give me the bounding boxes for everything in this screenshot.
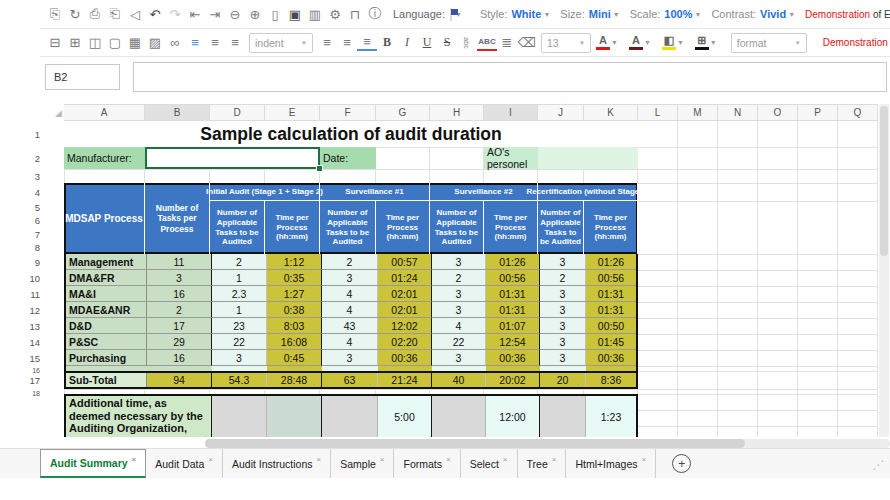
group-header-3[interactable]: Recertification (without Stage 1): [538, 183, 638, 201]
wrap-text-icon[interactable]: ≣: [497, 34, 517, 52]
row-header-15[interactable]: 15: [0, 350, 64, 366]
manufacturer-label-cell[interactable]: Manufacturer:: [64, 147, 145, 169]
table-cell[interactable]: 12:54: [486, 334, 540, 350]
table-cell[interactable]: 2: [147, 302, 212, 318]
redo-icon[interactable]: ↷: [165, 5, 185, 23]
tab-close-icon[interactable]: ×: [208, 455, 213, 464]
table-cell[interactable]: 2: [322, 254, 378, 270]
table-cell[interactable]: 01:31: [586, 302, 636, 318]
settings-icon[interactable]: ⚙: [325, 5, 345, 23]
spellcheck-button[interactable]: ABC: [477, 34, 497, 51]
table-cell[interactable]: 01:26: [486, 254, 540, 270]
table-cell[interactable]: 01:31: [486, 302, 540, 318]
date-label-cell[interactable]: Date:: [320, 147, 376, 169]
column-header-Q[interactable]: Q: [838, 104, 878, 121]
row-header-13[interactable]: 13: [0, 318, 64, 334]
row-header-12[interactable]: 12: [0, 302, 64, 318]
table-cell[interactable]: 3: [432, 286, 486, 302]
table-cell[interactable]: 02:01: [378, 286, 432, 302]
border-color-button-caret-icon[interactable]: ▼: [710, 39, 717, 46]
border-color-button[interactable]: ⊞: [694, 35, 710, 50]
table-cell[interactable]: 00:36: [378, 350, 432, 366]
valign-middle-icon[interactable]: ≡: [337, 34, 357, 52]
font-color-button[interactable]: A: [595, 35, 611, 50]
table-cell[interactable]: Management: [66, 254, 147, 270]
tab-close-icon[interactable]: ×: [132, 455, 137, 464]
table-cell[interactable]: 16:08: [267, 334, 322, 350]
align-center-icon[interactable]: ≡: [205, 34, 225, 52]
ao-personnel-cell[interactable]: AO's personel: [484, 147, 538, 169]
tab-close-icon[interactable]: ×: [503, 455, 508, 464]
language-flag-icon[interactable]: [450, 8, 452, 21]
expand-all-icon[interactable]: ⊕: [245, 5, 265, 23]
sheet-tab-audit-summary[interactable]: Audit Summary×: [40, 449, 146, 478]
split-cells-icon[interactable]: ◫: [85, 34, 105, 52]
time-sub-header-3[interactable]: Time per Process (hh:mm): [584, 201, 638, 254]
column-header-F[interactable]: F: [320, 104, 376, 121]
style-caret-icon[interactable]: ▼: [543, 11, 550, 18]
row-header-14[interactable]: 14: [0, 334, 64, 350]
subtotal-cell[interactable]: 63: [322, 373, 378, 387]
table-cell[interactable]: 0:45: [267, 350, 322, 366]
table-cell[interactable]: 23: [212, 318, 267, 334]
table-cell[interactable]: 3: [432, 302, 486, 318]
table-cell[interactable]: 3: [212, 350, 267, 366]
ao-personnel-extension-cell[interactable]: [538, 147, 638, 169]
table-cell[interactable]: D&D: [66, 318, 147, 334]
font-color-button-caret-icon[interactable]: ▼: [611, 39, 618, 46]
table-cell[interactable]: 1:12: [267, 254, 322, 270]
table-cell[interactable]: 01:26: [586, 254, 636, 270]
column-header-M[interactable]: M: [678, 104, 718, 121]
panel-icon[interactable]: ▯: [265, 5, 285, 23]
underline-button[interactable]: U: [417, 34, 437, 52]
column-header-N[interactable]: N: [718, 104, 758, 121]
table-cell[interactable]: 3: [432, 350, 486, 366]
time-sub-header-2[interactable]: Time per Process (hh:mm): [484, 201, 538, 254]
table-cell[interactable]: 1: [212, 302, 267, 318]
table-cell[interactable]: 8:03: [267, 318, 322, 334]
table-cell[interactable]: 2: [432, 270, 486, 286]
table-cell[interactable]: 01:31: [586, 286, 636, 302]
clear-format-icon[interactable]: ⌫: [517, 34, 537, 52]
subtotal-cell[interactable]: 20: [540, 373, 586, 387]
tasks-sub-header-0[interactable]: Number of Applicable Tasks to be Audited: [210, 201, 265, 254]
table-cell[interactable]: MDAE&ANR: [66, 302, 147, 318]
table-cell[interactable]: DMA&FR: [66, 270, 147, 286]
table-cell[interactable]: 16: [147, 350, 212, 366]
selection-range[interactable]: [145, 147, 320, 169]
export-icon[interactable]: ⎘: [45, 5, 65, 23]
valign-bottom-icon[interactable]: ≡: [357, 34, 377, 51]
additional-time-cell[interactable]: [540, 396, 586, 437]
freeze-icon[interactable]: ▣: [285, 5, 305, 23]
contrast-select[interactable]: Vivid: [760, 8, 786, 20]
row-header-17[interactable]: 17: [0, 371, 64, 389]
row-header-5[interactable]: 5: [0, 201, 64, 214]
table-cell[interactable]: 3: [540, 302, 586, 318]
indent-icon[interactable]: ⇥: [205, 5, 225, 23]
column-header-G[interactable]: G: [376, 104, 430, 121]
tab-close-icon[interactable]: ×: [380, 455, 385, 464]
sheet-tab-select[interactable]: Select×: [461, 449, 518, 478]
bold-button[interactable]: B: [377, 34, 397, 52]
table-cell[interactable]: 00:57: [378, 254, 432, 270]
vertical-scrollbar-thumb[interactable]: [880, 106, 888, 256]
size-select[interactable]: Mini: [589, 8, 611, 20]
horizontal-scrollbar-thumb[interactable]: [205, 439, 745, 448]
table-cell[interactable]: MA&I: [66, 286, 147, 302]
additional-time-cell[interactable]: [322, 396, 378, 437]
table-cell[interactable]: 00:36: [486, 350, 540, 366]
indent-select[interactable]: indent▼: [249, 33, 313, 53]
sheet-tab-tree[interactable]: Tree×: [518, 449, 567, 478]
vertical-text-icon[interactable]: abc: [458, 33, 476, 53]
table-cell[interactable]: 3: [540, 254, 586, 270]
table-cell[interactable]: 2: [540, 270, 586, 286]
group-header-0[interactable]: Initial Audit (Stage 1 + Stage 2): [210, 183, 320, 201]
column-header-D[interactable]: D: [210, 104, 265, 121]
fill-color-button[interactable]: ◧: [661, 35, 677, 50]
table-cell[interactable]: 01:45: [586, 334, 636, 350]
vertical-scrollbar[interactable]: [879, 104, 889, 437]
table-cell[interactable]: 02:01: [378, 302, 432, 318]
column-header-K[interactable]: K: [584, 104, 638, 121]
tasks-per-process-header[interactable]: Number of Tasks per Process: [145, 183, 210, 254]
strike-button[interactable]: S: [437, 34, 457, 52]
